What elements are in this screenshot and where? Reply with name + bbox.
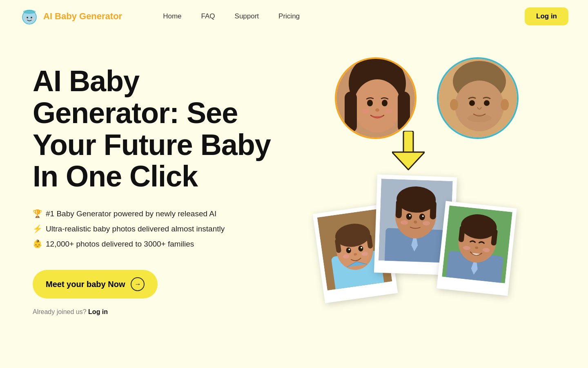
svg-point-8: [354, 79, 401, 132]
feature-3: 👶 12,000+ photos delivered to 3000+ fami…: [33, 239, 286, 249]
login-button[interactable]: Log in: [525, 7, 568, 25]
feature-2: ⚡ Ultra-realistic baby photos delivered …: [33, 224, 286, 233]
svg-point-14: [362, 109, 370, 114]
hero-left: AI Baby Generator: See Your Future Baby …: [33, 57, 286, 316]
nav-support[interactable]: Support: [235, 12, 259, 20]
logo-icon: [20, 7, 39, 26]
svg-point-13: [375, 108, 379, 112]
feature-3-text: 12,000+ photos delivered to 3000+ famili…: [46, 240, 194, 249]
svg-point-23: [467, 114, 492, 122]
cta-button[interactable]: Meet your baby Now →: [33, 270, 158, 298]
hero-right: [302, 57, 568, 352]
logo-text: AI Baby Generator: [43, 11, 122, 22]
svg-rect-9: [345, 92, 357, 132]
svg-point-11: [367, 100, 373, 106]
svg-point-15: [385, 109, 393, 114]
svg-point-19: [450, 99, 458, 110]
svg-point-5: [31, 18, 34, 20]
svg-point-18: [455, 81, 504, 131]
svg-rect-10: [398, 92, 410, 132]
hero-title: AI Baby Generator: See Your Future Baby …: [33, 65, 286, 193]
mom-circle: [335, 57, 416, 139]
nav-links: Home FAQ Support Pricing: [163, 12, 300, 20]
dad-circle: [437, 57, 519, 139]
svg-rect-46: [430, 201, 437, 219]
svg-marker-25: [392, 152, 425, 170]
cta-arrow-icon: →: [131, 277, 145, 291]
hero-section: AI Baby Generator: See Your Future Baby …: [0, 33, 588, 368]
trophy-icon: 🏆: [33, 209, 42, 218]
feature-1-text: #1 Baby Generator powered by newly relea…: [46, 209, 216, 218]
dad-face-svg: [439, 59, 519, 139]
already-joined-text: Already joined us? Log in: [33, 308, 286, 316]
svg-point-4: [25, 18, 27, 20]
polaroid-3: [437, 201, 517, 296]
polaroid-photos: [302, 176, 531, 348]
already-login-link[interactable]: Log in: [88, 308, 108, 315]
svg-point-1: [23, 10, 36, 14]
svg-point-20: [501, 99, 509, 110]
baby-icon: 👶: [33, 239, 42, 249]
svg-point-22: [484, 100, 490, 106]
svg-point-21: [469, 100, 475, 106]
feature-2-text: Ultra-realistic baby photos delivered al…: [46, 224, 225, 233]
nav-home[interactable]: Home: [163, 12, 181, 20]
nav-faq[interactable]: FAQ: [201, 12, 215, 20]
yellow-arrow: [392, 131, 425, 173]
baby-photo-3-svg: [442, 205, 512, 283]
lightning-icon: ⚡: [33, 224, 42, 233]
feature-1: 🏆 #1 Baby Generator powered by newly rel…: [33, 209, 286, 218]
hero-features: 🏆 #1 Baby Generator powered by newly rel…: [33, 209, 286, 249]
svg-point-12: [382, 100, 388, 106]
nav-pricing[interactable]: Pricing: [278, 12, 300, 20]
logo-link[interactable]: AI Baby Generator: [20, 7, 122, 26]
cta-label: Meet your baby Now: [46, 280, 125, 289]
mom-face-svg: [336, 59, 416, 139]
nav-right: Log in: [525, 7, 568, 25]
svg-rect-45: [396, 200, 403, 218]
navbar: AI Baby Generator Home FAQ Support Prici…: [0, 0, 588, 33]
